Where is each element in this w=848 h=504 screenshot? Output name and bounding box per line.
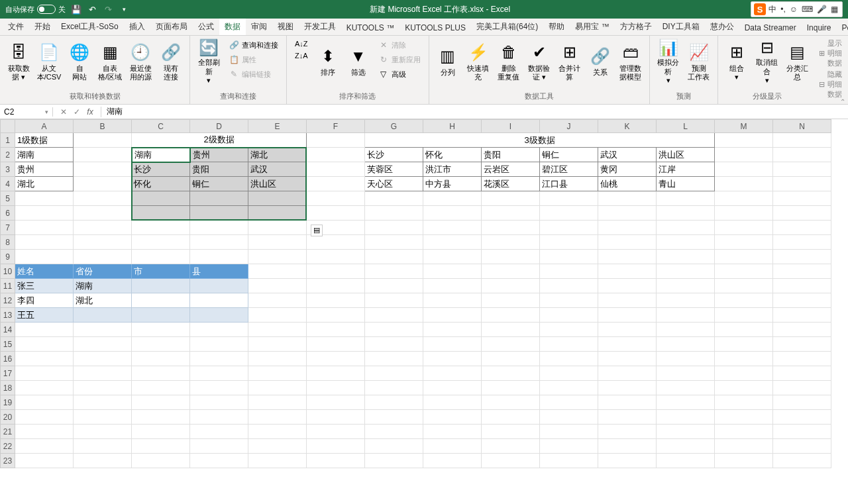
cell-D9[interactable] (190, 250, 248, 264)
cell-B6[interactable] (74, 206, 132, 221)
col-header-N[interactable]: N (773, 120, 831, 133)
cell-J9[interactable] (540, 250, 598, 264)
cell-L18[interactable] (657, 381, 715, 395)
cell-D7[interactable] (190, 221, 248, 235)
cell-G12[interactable] (365, 293, 423, 308)
cell-J13[interactable] (540, 308, 598, 323)
cell-B12[interactable]: 湖北 (74, 293, 132, 308)
tab-文件[interactable]: 文件 (3, 19, 29, 35)
ribbon-button[interactable]: ⚡快速填充 (464, 37, 493, 86)
cell-H9[interactable] (423, 250, 482, 264)
cell-G7[interactable] (365, 221, 423, 235)
cell-I3[interactable]: 云岩区 (482, 162, 540, 177)
cell-M10[interactable] (715, 264, 773, 279)
cell-C3[interactable]: 长沙 (132, 162, 190, 177)
cell-G5[interactable] (365, 191, 423, 206)
col-header-G[interactable]: G (365, 120, 423, 133)
customize-qat-icon[interactable]: ▾ (119, 4, 129, 15)
cell-E5[interactable] (248, 191, 307, 206)
cell-N11[interactable] (773, 279, 831, 293)
tab-审阅[interactable]: 审阅 (246, 19, 272, 35)
cell-C16[interactable] (132, 352, 190, 366)
cell-I15[interactable] (482, 337, 540, 352)
refresh-all-button[interactable]: 🔄 全部刷新 ▾ (194, 37, 223, 86)
cell-A8[interactable] (15, 235, 74, 250)
cell-D20[interactable] (190, 410, 248, 425)
ribbon-button[interactable]: 🔗现有 连接 (156, 37, 186, 86)
cell-N15[interactable] (773, 337, 831, 352)
cell-J18[interactable] (540, 381, 598, 395)
ribbon-button[interactable]: 🗄获取数 据 ▾ (4, 37, 33, 86)
cell-G4[interactable]: 天心区 (365, 177, 423, 191)
ime-punct-icon[interactable]: •, (779, 5, 787, 14)
tab-易用宝 ™[interactable]: 易用宝 ™ (570, 19, 614, 35)
cell-M15[interactable] (715, 337, 773, 352)
cell-L20[interactable] (657, 410, 715, 425)
cell-J5[interactable] (540, 191, 598, 206)
cell-F6[interactable] (307, 206, 365, 221)
cell-B18[interactable] (74, 381, 132, 395)
cell-E21[interactable] (248, 425, 307, 439)
cell-M1[interactable] (715, 133, 773, 148)
cell-H7[interactable] (423, 221, 482, 235)
tab-开始[interactable]: 开始 (29, 19, 56, 35)
cell-F10[interactable] (307, 264, 365, 279)
cell-H16[interactable] (423, 352, 482, 366)
cell-F8[interactable] (307, 235, 365, 250)
cell-M19[interactable] (715, 395, 773, 410)
tab-慧办公[interactable]: 慧办公 (705, 19, 739, 35)
row-header-16[interactable]: 16 (1, 352, 15, 366)
cell-E17[interactable] (248, 366, 307, 381)
row-header-3[interactable]: 3 (1, 162, 15, 177)
cell-G1[interactable]: 3级数据 (365, 133, 715, 148)
cell-F12[interactable] (307, 293, 365, 308)
cell-F22[interactable] (307, 439, 365, 454)
cell-B10[interactable]: 省份 (74, 264, 132, 279)
cell-H20[interactable] (423, 410, 482, 425)
cell-B7[interactable] (74, 221, 132, 235)
cell-L22[interactable] (657, 439, 715, 454)
row-header-18[interactable]: 18 (1, 381, 15, 395)
cell-D18[interactable] (190, 381, 248, 395)
cell-A18[interactable] (15, 381, 74, 395)
cell-M4[interactable] (715, 177, 773, 191)
cell-I16[interactable] (482, 352, 540, 366)
row-header-6[interactable]: 6 (1, 206, 15, 221)
cell-I18[interactable] (482, 381, 540, 395)
cell-H3[interactable]: 洪江市 (423, 162, 482, 177)
cell-I23[interactable] (482, 454, 540, 468)
cell-C15[interactable] (132, 337, 190, 352)
cell-F11[interactable] (307, 279, 365, 293)
hide-detail-button[interactable]: ⊟隐藏明细数据 (819, 70, 845, 99)
cell-H5[interactable] (423, 191, 482, 206)
cell-A15[interactable] (15, 337, 74, 352)
cell-K2[interactable]: 武汉 (598, 148, 657, 162)
row-header-12[interactable]: 12 (1, 293, 15, 308)
ime-mic-icon[interactable]: 🎤 (816, 5, 828, 14)
cell-A4[interactable]: 湖北 (15, 177, 74, 191)
tab-数据[interactable]: 数据 (219, 17, 246, 35)
cell-D5[interactable] (190, 191, 248, 206)
col-header-D[interactable]: D (190, 120, 248, 133)
ribbon-button[interactable]: 🕘最近使 用的源 (126, 37, 155, 86)
cell-M14[interactable] (715, 323, 773, 337)
cell-D17[interactable] (190, 366, 248, 381)
tab-方方格子[interactable]: 方方格子 (615, 19, 657, 35)
cell-K5[interactable] (598, 191, 657, 206)
select-all-corner[interactable] (1, 120, 15, 133)
cell-J10[interactable] (540, 264, 598, 279)
save-icon[interactable]: 💾 (71, 4, 81, 15)
cell-H8[interactable] (423, 235, 482, 250)
show-detail-button[interactable]: ⊞显示明细数据 (819, 38, 845, 68)
cell-N9[interactable] (773, 250, 831, 264)
cell-G21[interactable] (365, 425, 423, 439)
cell-G8[interactable] (365, 235, 423, 250)
cell-G18[interactable] (365, 381, 423, 395)
cell-G11[interactable] (365, 279, 423, 293)
cell-D3[interactable]: 贵阳 (190, 162, 248, 177)
tab-页面布局[interactable]: 页面布局 (150, 19, 193, 35)
cell-M16[interactable] (715, 352, 773, 366)
cell-J12[interactable] (540, 293, 598, 308)
tab-Inquire[interactable]: Inquire (802, 21, 837, 35)
cell-K7[interactable] (598, 221, 657, 235)
